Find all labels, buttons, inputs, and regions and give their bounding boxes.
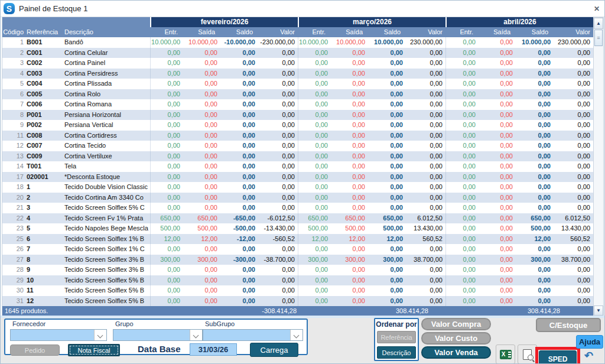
header-entr-m3[interactable]: Entr.: [445, 27, 479, 37]
title-bar: S Painel de Estoque 1 ✕: [1, 1, 604, 17]
chevron-down-icon[interactable]: [290, 330, 302, 340]
cell-valor-m3: 0,00: [554, 141, 593, 151]
cell-saldo-m3: 10.000,00: [516, 37, 554, 48]
chevron-down-icon[interactable]: [190, 330, 202, 340]
footer-total-abril: 308.414,28: [431, 306, 563, 316]
cell-entr-m2: 0,00: [298, 89, 331, 100]
valor-compra-button[interactable]: Valor Compra: [421, 318, 491, 330]
cell-saida-m1: 10.000,00: [183, 37, 220, 48]
header-saldo-m1[interactable]: Saldo: [220, 27, 258, 37]
cell-saida-m3: 0,00: [479, 161, 516, 172]
header-valor-m2[interactable]: Valor: [406, 27, 445, 37]
header-referencia[interactable]: Referência: [25, 27, 63, 37]
cell-saida-m3: 0,00: [479, 48, 516, 58]
header-entr-m1[interactable]: Entr.: [150, 27, 183, 37]
cell-saldo-m3: 0,00: [516, 79, 554, 89]
ordenar-descricao-button[interactable]: Descrição: [377, 346, 416, 359]
header-saldo-m2[interactable]: Saldo: [368, 27, 406, 37]
valor-venda-button[interactable]: Valor Venda: [421, 346, 491, 359]
cell-valor-m1: 0,00: [258, 99, 298, 110]
subgrupo-select[interactable]: [203, 329, 303, 341]
close-icon[interactable]: ✕: [594, 5, 600, 13]
table-row[interactable]: 2C001Cortina Celular0,000,000,000,000,00…: [2, 48, 593, 58]
header-saida-m3[interactable]: Saída: [479, 27, 516, 37]
header-descricao[interactable]: Descrição: [63, 27, 150, 37]
cell-saida-m3: 0,00: [479, 110, 516, 121]
table-row[interactable]: 267Tecido Screen Solflex 1% C0,000,000,0…: [2, 244, 593, 255]
cell-codigo: 26: [2, 244, 25, 255]
cell-saida-m2: 0,00: [331, 285, 368, 296]
table-row[interactable]: 181Tecido Double Vision Classic0,000,000…: [2, 182, 593, 193]
undo-arrow-icon[interactable]: ↶: [584, 349, 593, 362]
table-row[interactable]: 17020001*Desconta Estoque0,000,000,000,0…: [2, 172, 593, 183]
header-valor-m3[interactable]: Valor: [554, 27, 593, 37]
table-row[interactable]: 3011Tecido Screen Solflex 5% B0,000,000,…: [2, 285, 593, 296]
cell-entr-m2: 0,00: [298, 265, 331, 275]
header-saida-m2[interactable]: Saída: [331, 27, 368, 37]
header-codigo[interactable]: Código: [2, 27, 25, 37]
table-row[interactable]: 2910Tecido Screen Solflex 5% B0,000,000,…: [2, 275, 593, 286]
header-saida-m1[interactable]: Saída: [183, 27, 220, 37]
table-row[interactable]: 202Tecido Cortina Am 3340 Co0,000,000,00…: [2, 193, 593, 203]
export-excel-button[interactable]: X: [496, 344, 515, 364]
cell-valor-m3: 0,00: [554, 182, 593, 193]
table-row[interactable]: 14T001Tela0,000,000,000,000,000,000,000,…: [2, 161, 593, 172]
cell-saida-m3: 0,00: [479, 213, 516, 224]
cell-saida-m3: 0,00: [479, 255, 516, 265]
vertical-scrollbar[interactable]: ▲ ≡ ▼: [594, 17, 604, 316]
table-row[interactable]: 12C007Cortina Tecido0,000,000,000,000,00…: [2, 141, 593, 151]
sped-button[interactable]: SPED: [539, 350, 577, 364]
cestoque-button[interactable]: C/Estoque: [536, 318, 601, 332]
valor-custo-button[interactable]: Valor Custo: [421, 332, 491, 344]
cell-entr-m2: 500,00: [298, 223, 331, 234]
table-row[interactable]: 9P002Persiana Vertical0,000,000,000,000,…: [2, 120, 593, 131]
table-row[interactable]: 6C005Cortina Rolo0,000,000,000,000,000,0…: [2, 89, 593, 100]
cell-entr-m1: 0,00: [150, 172, 183, 183]
table-row[interactable]: 224Tecido Screen Fv 1% Prata650,00650,00…: [2, 213, 593, 224]
table-row[interactable]: 5C004Cortina Plissada0,000,000,000,000,0…: [2, 79, 593, 89]
pedido-button[interactable]: Pedido: [10, 344, 60, 356]
table-row[interactable]: 11C008Cortina Cortidress0,000,000,000,00…: [2, 131, 593, 141]
month-header-marco: março/2026: [298, 17, 445, 27]
cell-referencia: C007: [25, 141, 63, 151]
cell-saida-m2: 0,00: [331, 193, 368, 203]
cell-entr-m3: 0,00: [445, 99, 479, 110]
scrollbar-track[interactable]: [594, 47, 603, 306]
table-row[interactable]: 7C006Cortina Romana0,000,000,000,000,000…: [2, 99, 593, 110]
cell-entr-m3: 0,00: [445, 37, 479, 48]
nota-fiscal-button[interactable]: Nota Fiscal: [68, 344, 120, 356]
table-row[interactable]: 3112Tecido Screen Solflex 5% B0,000,000,…: [2, 296, 593, 307]
print-preview-button[interactable]: [518, 344, 537, 364]
scroll-down-icon[interactable]: ▼: [594, 306, 603, 316]
header-valor-m1[interactable]: Valor: [258, 27, 298, 37]
ordenar-referencia-button[interactable]: Referência: [377, 331, 416, 343]
header-saldo-m3[interactable]: Saldo: [516, 27, 554, 37]
cell-saldo-m1: 0,00: [220, 265, 258, 275]
cell-entr-m1: 0,00: [150, 99, 183, 110]
scrollbar-thumb[interactable]: ≡: [594, 30, 603, 46]
ajuda-button[interactable]: Ajuda: [576, 335, 603, 349]
carrega-button[interactable]: Carrega: [250, 343, 298, 357]
header-entr-m2[interactable]: Entr.: [298, 27, 331, 37]
table-row[interactable]: 4C003Cortina Persidress0,000,000,000,000…: [2, 69, 593, 79]
fornecedor-select[interactable]: [10, 329, 107, 341]
chevron-down-icon[interactable]: [94, 330, 106, 340]
table-row[interactable]: 278Tecido Screen Solflex 3% B300,00300,0…: [2, 255, 593, 265]
data-base-input[interactable]: [190, 343, 237, 356]
table-row[interactable]: 256Tecido Screen Solflex 1% B12,0012,00-…: [2, 234, 593, 245]
cell-codigo: 6: [2, 89, 25, 100]
cell-descricao: *Desconta Estoque: [63, 172, 150, 183]
scroll-up-icon[interactable]: ▲: [594, 18, 603, 29]
table-row[interactable]: 3C002Cortina Painel0,000,000,000,000,000…: [2, 58, 593, 69]
table-row[interactable]: 8P001Persiana Horizontal0,000,000,000,00…: [2, 110, 593, 121]
table-row[interactable]: 289Tecido Screen Solflex 3% B0,000,000,0…: [2, 265, 593, 275]
table-row[interactable]: 235Tecido Napoles Bege Mescla500,00500,0…: [2, 223, 593, 234]
table-row[interactable]: 213Tecido Screen Solflex 5% C0,000,000,0…: [2, 203, 593, 213]
cell-entr-m1: 12,00: [150, 234, 183, 245]
table-row[interactable]: 13C009Cortina Vertiluxe0,000,000,000,000…: [2, 151, 593, 162]
grupo-select[interactable]: [113, 329, 203, 341]
table-row[interactable]: 1B001Bandô10.000,0010.000,00-10.000,00-2…: [2, 37, 593, 48]
table-footer: 1645 produtos. -308.414,28 308.414,28 30…: [2, 306, 593, 316]
cell-saldo-m2: 0,00: [368, 120, 406, 131]
cell-valor-m2: 38.700,00: [406, 255, 445, 265]
